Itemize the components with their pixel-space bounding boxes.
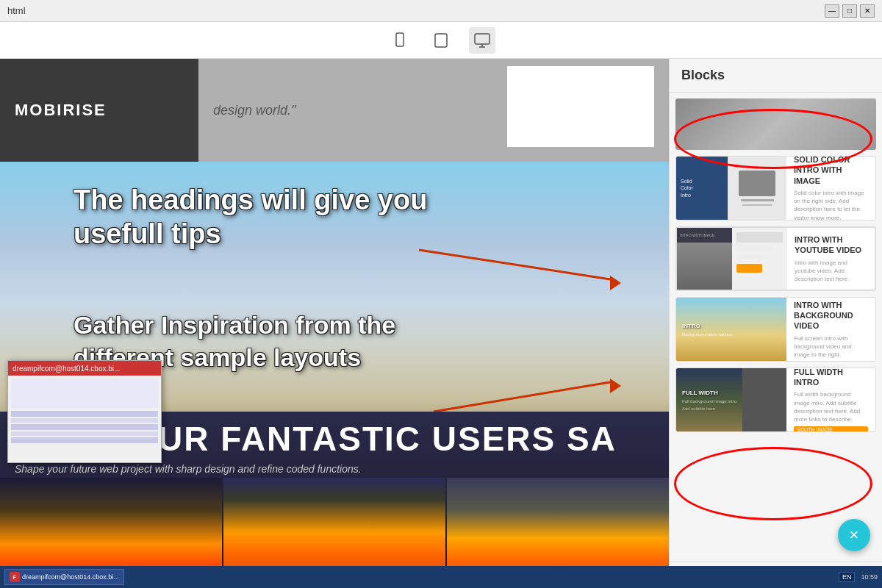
taskbar-app-icon: F: [10, 572, 20, 582]
main-layout: MOBIRISE design world." The headings wil…: [0, 59, 882, 588]
chat-row-1: [11, 411, 158, 417]
preview-yt-right: [732, 228, 787, 290]
block-item-youtube[interactable]: INTRO WITH IMAGE INTRO WITH YOUTUBE VIDE…: [675, 226, 876, 291]
annotation-heading-1: The headings will give you usefull tips: [74, 184, 478, 251]
mobile-view-button[interactable]: [387, 27, 413, 54]
block-title-bg-video: INTRO WITH BACKGROUND VIDEO: [794, 300, 868, 331]
canvas-area: MOBIRISE design world." The headings wil…: [0, 59, 669, 588]
block-item-bg-video[interactable]: INTRO Background video section INTRO WIT…: [675, 297, 876, 362]
chat-body: [8, 376, 161, 462]
title-bar: html — □ ✕: [0, 0, 882, 22]
preview-yt-overlay: INTRO WITH IMAGE: [677, 228, 732, 243]
preview-text-small: SolidColorIntro: [681, 178, 693, 198]
block-item-solid-color[interactable]: SolidColorIntro SOLID COLOR INTRO WITH I…: [675, 156, 876, 220]
canvas-quote: design world.": [213, 103, 295, 118]
maximize-button[interactable]: □: [842, 4, 857, 18]
block-item-top[interactable]: [675, 98, 876, 150]
canvas-top-section: MOBIRISE design world.": [0, 59, 669, 162]
canvas-white-box: [507, 66, 654, 147]
preview-right-panel: [728, 157, 786, 220]
chat-window: dreampifcom@host014.cbox.bi...: [7, 360, 162, 463]
taskbar-time: 10:59: [861, 573, 878, 581]
taskbar-right: EN 10:59: [839, 572, 878, 582]
block-desc-solid-color: Solid color intro with image on the righ…: [794, 189, 868, 220]
block-desc-bg-video: Full screen intro with background video …: [794, 334, 868, 359]
taskbar-app-button[interactable]: F dreampifcom@host014.cbox.bi...: [4, 569, 124, 585]
block-preview-solid-color: SolidColorIntro: [676, 157, 786, 220]
title-bar-controls: — □ ✕: [825, 4, 875, 18]
block-preview-fullwidth: FULL WIDTH Full background image intro A…: [676, 368, 786, 431]
block-info-youtube: INTRO WITH YOUTUBE VIDEO Intro with imag…: [787, 228, 875, 290]
block-desc-fullwidth: Full width background image intro. Add s…: [794, 390, 868, 423]
chat-row-3: [11, 424, 158, 430]
top-preview-image: [675, 98, 876, 150]
chat-row-2: [11, 418, 158, 423]
svg-rect-4: [475, 34, 490, 44]
block-preview-bgvideo: INTRO Background video section: [676, 298, 786, 361]
preview-left-panel: SolidColorIntro: [676, 157, 728, 220]
title-bar-text: html: [7, 5, 26, 16]
panel-header: Blocks: [670, 59, 882, 93]
chat-titlebar: dreampifcom@host014.cbox.bi...: [8, 361, 161, 376]
preview-yt-left: INTRO WITH IMAGE: [677, 228, 732, 290]
canvas-quote-area: design world.": [213, 103, 295, 118]
chat-body-inner: [11, 379, 158, 408]
block-info-solid-color: SOLID COLOR INTRO WITH IMAGE Solid color…: [786, 157, 875, 220]
tablet-view-button[interactable]: [428, 27, 454, 54]
canvas-content: MOBIRISE design world." The headings wil…: [0, 59, 669, 588]
preview-person: [677, 243, 732, 290]
taskbar-lang: EN: [839, 572, 856, 582]
chat-row-5: [11, 437, 158, 443]
chat-row-4: [11, 431, 158, 436]
svg-rect-0: [396, 33, 404, 46]
block-tag-fullwidth: SOUTH IMAGE: [794, 426, 868, 432]
right-panel: Blocks SolidColorIntro: [669, 59, 882, 588]
block-info-fullwidth: FULL WIDTH INTRO Full width background i…: [786, 368, 875, 431]
block-title-fullwidth: FULL WIDTH INTRO: [794, 368, 868, 387]
panel-scroll[interactable]: SolidColorIntro SOLID COLOR INTRO WITH I…: [670, 93, 882, 561]
block-title-solid-color: SOLID COLOR INTRO WITH IMAGE: [794, 156, 868, 186]
canvas-main-section: The headings will give you usefull tips …: [0, 162, 669, 588]
logo-text: MOBIRISE: [15, 101, 107, 120]
chat-title-text: dreampifcom@host014.cbox.bi...: [12, 365, 157, 373]
block-item-fullwidth[interactable]: FULL WIDTH Full background image intro A…: [675, 368, 876, 432]
canvas-logo: MOBIRISE: [0, 59, 198, 162]
taskbar: F dreampifcom@host014.cbox.bi... EN 10:5…: [0, 566, 882, 588]
block-desc-youtube: Intro with image and youtube video. Add …: [795, 259, 867, 284]
canvas-subtext: Shape your future web project with sharp…: [0, 463, 376, 475]
close-button[interactable]: ✕: [860, 4, 875, 18]
block-info-bg-video: INTRO WITH BACKGROUND VIDEO Full screen …: [786, 298, 875, 361]
block-preview-youtube: INTRO WITH IMAGE: [677, 228, 787, 290]
toolbar: [0, 22, 882, 59]
block-title-youtube: INTRO WITH YOUTUBE VIDEO: [795, 234, 867, 256]
minimize-button[interactable]: —: [825, 4, 839, 18]
taskbar-app-label: dreampifcom@host014.cbox.bi...: [22, 573, 119, 581]
fab-button[interactable]: ×: [838, 519, 870, 551]
desktop-view-button[interactable]: [469, 27, 495, 54]
svg-rect-2: [435, 34, 447, 47]
